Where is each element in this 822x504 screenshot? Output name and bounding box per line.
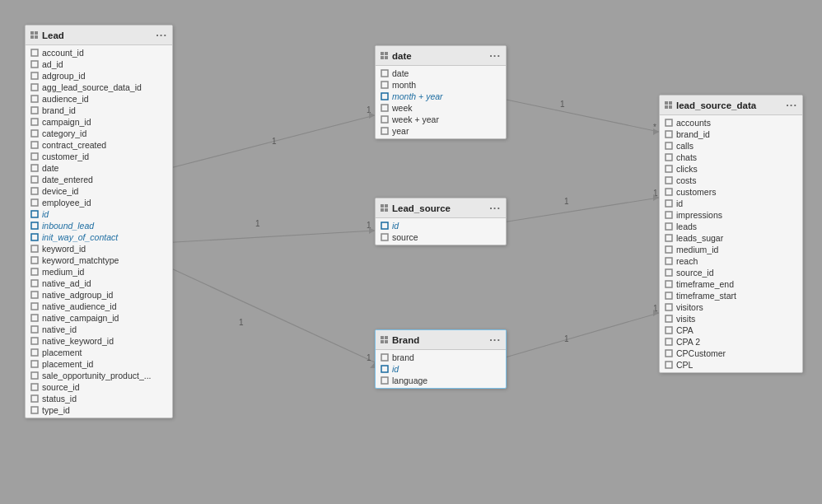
svg-rect-31 (31, 61, 38, 68)
svg-rect-103 (666, 281, 672, 287)
svg-rect-85 (665, 101, 668, 105)
svg-line-22 (502, 313, 659, 358)
svg-text:1: 1 (564, 334, 569, 343)
svg-rect-71 (381, 128, 388, 134)
list-item: brand_id (26, 105, 172, 116)
svg-rect-50 (31, 280, 38, 287)
table-lead-source-menu[interactable]: ··· (489, 202, 501, 214)
svg-rect-57 (31, 361, 38, 367)
table-brand-header: Brand ··· (376, 330, 506, 350)
table-date-body: date month month + year week week + year… (376, 66, 506, 138)
svg-text:1: 1 (653, 304, 658, 313)
table-lead-source[interactable]: Lead_source ··· id source (375, 198, 507, 245)
svg-rect-63 (385, 52, 388, 55)
svg-rect-73 (385, 204, 388, 208)
list-item: source_id (26, 381, 172, 393)
table-lead-header: Lead ··· (26, 26, 172, 45)
list-item: placement_id (26, 358, 172, 370)
svg-rect-29 (35, 35, 38, 39)
table-icon (30, 31, 39, 40)
list-item: native_campaign_id (26, 312, 172, 324)
svg-rect-36 (31, 119, 38, 125)
svg-rect-109 (666, 350, 672, 357)
svg-rect-105 (666, 304, 672, 310)
table-date-title: date (392, 51, 412, 61)
svg-rect-80 (381, 340, 384, 343)
svg-rect-89 (666, 119, 672, 126)
svg-text:*: * (653, 123, 656, 132)
list-item: date_entered (26, 174, 172, 185)
table-lead-source-data-title: lead_source_data (676, 100, 756, 110)
svg-rect-93 (666, 166, 672, 172)
svg-line-18 (502, 198, 659, 222)
list-item: native_keyword_id (26, 335, 172, 347)
svg-rect-67 (381, 82, 388, 88)
svg-rect-52 (31, 303, 38, 310)
list-item: CPL (660, 359, 802, 371)
list-item: medium_id (660, 244, 802, 255)
svg-rect-49 (31, 268, 38, 275)
list-item: ad_id (26, 58, 172, 70)
svg-marker-25 (653, 310, 659, 316)
svg-rect-102 (666, 269, 672, 276)
svg-rect-106 (666, 315, 672, 322)
svg-rect-66 (381, 70, 388, 77)
svg-text:1: 1 (560, 100, 565, 109)
svg-rect-98 (666, 223, 672, 230)
svg-rect-75 (385, 208, 388, 212)
list-item: native_audience_id (26, 301, 172, 312)
svg-rect-55 (31, 338, 38, 344)
svg-rect-84 (381, 377, 388, 384)
svg-rect-76 (381, 222, 388, 229)
table-icon (381, 52, 389, 60)
list-item: source (376, 231, 506, 243)
list-item: native_ad_id (26, 278, 172, 289)
svg-rect-90 (666, 131, 672, 138)
list-item: placement (26, 347, 172, 358)
list-item: visits (660, 313, 802, 324)
table-lead-menu[interactable]: ··· (156, 29, 167, 41)
table-lead-source-data[interactable]: lead_source_data ··· accounts brand_id c… (659, 95, 803, 373)
table-icon (381, 336, 389, 344)
svg-text:1: 1 (564, 197, 569, 206)
svg-rect-79 (385, 336, 388, 339)
list-item: adgroup_id (26, 70, 172, 82)
svg-marker-21 (653, 194, 659, 201)
svg-rect-53 (31, 315, 38, 321)
svg-rect-72 (381, 204, 384, 208)
svg-rect-81 (385, 340, 388, 343)
svg-text:1: 1 (367, 221, 371, 230)
svg-rect-30 (31, 49, 38, 56)
table-brand-body: brand id language (376, 350, 506, 388)
svg-rect-96 (666, 200, 672, 207)
table-lead[interactable]: Lead ··· account_id ad_id adgroup_id agg… (25, 25, 173, 418)
svg-rect-62 (381, 52, 384, 55)
svg-rect-69 (381, 105, 388, 111)
table-lead-source-data-header: lead_source_data ··· (660, 96, 802, 115)
svg-rect-48 (31, 257, 38, 264)
svg-rect-107 (666, 327, 672, 334)
svg-rect-37 (31, 130, 38, 137)
svg-rect-77 (381, 234, 388, 240)
table-lead-source-data-menu[interactable]: ··· (786, 99, 797, 111)
svg-text:1: 1 (255, 219, 260, 228)
list-item: status_id (26, 393, 172, 404)
svg-rect-65 (385, 56, 388, 59)
svg-rect-59 (31, 384, 38, 390)
list-item: native_adgroup_id (26, 289, 172, 301)
table-date-menu[interactable]: ··· (489, 49, 501, 62)
table-brand-menu[interactable]: ··· (489, 334, 501, 346)
list-item: source_id (660, 267, 802, 278)
table-brand[interactable]: Brand ··· brand id language (375, 329, 507, 389)
list-item: brand (376, 352, 506, 363)
list-item: customer_id (26, 151, 172, 162)
svg-marker-3 (369, 112, 375, 119)
svg-rect-101 (666, 258, 672, 264)
table-date[interactable]: date ··· date month month + year week we… (375, 45, 507, 139)
list-item: id (660, 198, 802, 209)
svg-line-9 (161, 264, 375, 362)
table-lead-source-data-body: accounts brand_id calls chats clicks cos… (660, 115, 802, 372)
list-item: clicks (660, 163, 802, 175)
list-item: costs (660, 175, 802, 186)
list-item: week (376, 102, 506, 114)
